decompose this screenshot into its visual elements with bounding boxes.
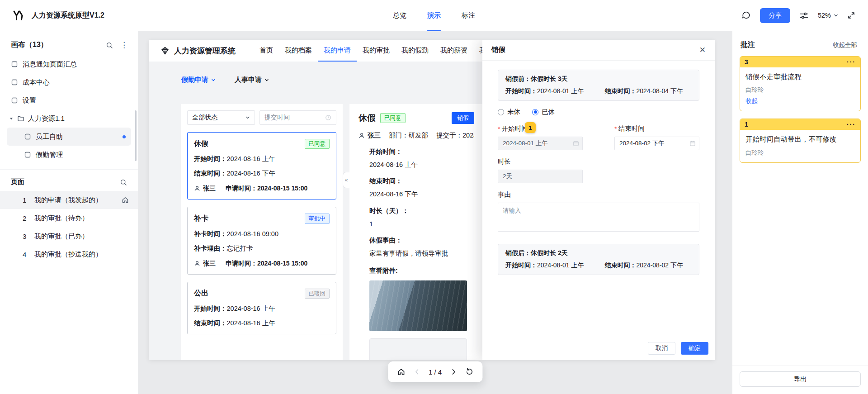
end-time-input[interactable] (614, 137, 699, 150)
attachment-item[interactable] (369, 338, 467, 360)
comment-text: 开始时间自动带出，不可修改 (745, 134, 855, 144)
tab-hr-request[interactable]: 人事申请 (235, 76, 269, 84)
attachment-image[interactable] (369, 280, 467, 331)
chevron-down-icon (211, 78, 216, 82)
canvas-header-title: 画布（13） (11, 40, 99, 50)
radio-taken[interactable]: 已休 (532, 108, 555, 116)
before-end: 结束时间：2024-08-04 下午 (605, 87, 684, 95)
canvas-folder-hr11[interactable]: 人力资源1.1 (0, 109, 138, 128)
page-item-approvals-cc[interactable]: 4 我的审批（抄送我的） (0, 245, 138, 263)
comments-header: 批注 收起全部 (732, 31, 868, 56)
more-icon[interactable]: ··· (847, 121, 856, 128)
duration-input[interactable] (498, 170, 583, 183)
nav-my-salary[interactable]: 我的薪资 (434, 40, 473, 62)
status-filter-select[interactable]: 全部状态 (187, 110, 255, 125)
nav-my-profile[interactable]: 我的档案 (279, 40, 318, 62)
fullscreen-icon[interactable] (847, 11, 855, 19)
modal-header: 销假 ✕ (482, 40, 715, 61)
nav-my-requests[interactable]: 我的申请 (318, 40, 357, 62)
more-menu-icon[interactable]: ⋮ (120, 41, 128, 49)
tab-present[interactable]: 演示 (427, 0, 441, 31)
request-card-leave[interactable]: 休假 已同意 开始时间：2024-08-16 上午 结束时间：2024-08-1… (187, 132, 336, 199)
before-summary: 销假前：休假时长 3天 (505, 75, 692, 83)
next-page-icon[interactable] (450, 368, 457, 375)
search-icon[interactable] (120, 179, 127, 186)
comment-card-3[interactable]: 3 ··· 销假不走审批流程 白玲玲 收起 (740, 56, 861, 111)
app-logo (13, 10, 24, 21)
export-button[interactable]: 导出 (740, 371, 861, 387)
reason-textarea[interactable] (498, 203, 699, 232)
card-footer: 张三 申请时间：2024-08-15 15:00 (194, 185, 330, 193)
zoom-control[interactable]: 52% (818, 12, 838, 19)
after-start: 开始时间：2024-08-01 上午 (505, 261, 584, 270)
confirm-button[interactable]: 确定 (681, 342, 708, 355)
card-line: 补卡时间：2024-08-16 09:00 (194, 230, 330, 238)
card-footer: 张三 申请时间：2024-08-15 15:00 (194, 260, 330, 268)
home-icon[interactable] (397, 368, 405, 376)
canvas-item-attendance-mgmt[interactable]: 假勤管理 (7, 146, 131, 164)
after-times: 开始时间：2024-08-01 上午 结束时间：2024-08-02 下午 (505, 261, 692, 270)
start-time-input-wrap (498, 137, 583, 150)
field-label: 开始时间： (369, 147, 474, 156)
canvas-item-label: 假勤管理 (36, 151, 63, 159)
tab-attendance-request[interactable]: 假勤申请 (181, 76, 216, 84)
page-label: 我的审批（抄送我的） (34, 250, 129, 259)
restart-icon[interactable] (465, 368, 473, 376)
chevron-down-icon (264, 78, 269, 82)
nav-my-approvals[interactable]: 我的审批 (357, 40, 396, 62)
page-item-approvals-todo[interactable]: 2 我的审批（待办） (0, 209, 138, 227)
page-item-approvals-done[interactable]: 3 我的审批（已办） (0, 227, 138, 245)
page-item-my-requests[interactable]: 1 我的申请（我发起的） (0, 191, 138, 209)
prev-page-icon[interactable] (413, 368, 420, 375)
end-time-field: 结束时间 (614, 124, 699, 150)
nav-home[interactable]: 首页 (254, 40, 279, 62)
collapse-all-link[interactable]: 收起全部 (833, 41, 857, 49)
page-label: 我的审批（已办） (34, 232, 129, 241)
card-title: 公出 (194, 289, 208, 298)
submit-time-filter[interactable]: 提交时间 (259, 110, 336, 125)
panel-collapse-handle[interactable]: « (343, 172, 349, 188)
time-label: 开始时间： (505, 87, 537, 95)
caret-down-icon[interactable] (9, 116, 14, 121)
canvas-item-notifications[interactable]: 消息通知页面汇总 (0, 55, 138, 73)
request-card-business-out[interactable]: 公出 已驳回 开始时间：2024-08-16 上午 结束时间：2024-08-1… (187, 282, 336, 334)
cancel-leave-button[interactable]: 销假 (452, 112, 474, 124)
cancel-button[interactable]: 取消 (648, 342, 675, 355)
time-label: 开始时间： (505, 261, 537, 269)
start-time-field: 开始时间 1 (498, 124, 583, 150)
close-icon[interactable]: ✕ (699, 45, 706, 55)
left-sidebar: 画布（13） ⋮ 消息通知页面汇总 成本中心 设置 人力资源1.1 (0, 31, 138, 394)
detail-dept: 部门：研发部 (389, 131, 428, 140)
time-value: 2024-08-01 上午 (537, 87, 584, 95)
duration-label: 时长 (498, 157, 583, 166)
search-icon[interactable] (106, 42, 113, 49)
collapse-comment-link[interactable]: 收起 (745, 97, 855, 105)
canvas-item-cost-center[interactable]: 成本中心 (0, 73, 138, 91)
cancel-leave-modal: 销假 ✕ 销假前：休假时长 3天 开始时间：2024-08-01 上午 结束时间… (482, 40, 715, 360)
canvas-item-settings[interactable]: 设置 (0, 91, 138, 109)
settings-sliders-icon[interactable] (799, 11, 809, 20)
comment-card-1[interactable]: 1 ··· 开始时间自动带出，不可修改 白玲玲 (740, 119, 861, 162)
topbar: 人力资源系统原型V1.2 总览 演示 标注 分享 52% (0, 0, 868, 31)
request-card-punch-fix[interactable]: 补卡 审批中 补卡时间：2024-08-16 09:00 补卡理由：忘记打卡 张… (187, 207, 336, 274)
more-icon[interactable]: ··· (847, 59, 856, 65)
start-time-label: 开始时间 (498, 124, 583, 133)
canvas-item-label: 成本中心 (23, 78, 50, 87)
tab-overview[interactable]: 总览 (393, 0, 406, 31)
share-button[interactable]: 分享 (760, 8, 790, 23)
date-fields-row: 开始时间 1 结束时间 (498, 124, 699, 150)
comment-bubble-icon[interactable] (741, 11, 751, 20)
detail-field-duration: 时长（天）： 1 (369, 207, 474, 228)
annotation-marker-1[interactable]: 1 (525, 122, 536, 133)
frame-icon (24, 151, 31, 158)
line-value: 忘记打卡 (227, 245, 253, 252)
modal-body: 销假前：休假时长 3天 开始时间：2024-08-01 上午 结束时间：2024… (482, 61, 715, 360)
comment-author: 白玲玲 (745, 86, 855, 94)
sidebar-scrollbar[interactable] (135, 110, 137, 161)
canvas-item-self-service[interactable]: 员工自助 (7, 128, 131, 146)
radio-not-taken[interactable]: 未休 (498, 108, 520, 116)
start-time-input[interactable] (498, 137, 583, 150)
tab-annotate[interactable]: 标注 (462, 0, 475, 31)
frame-icon (11, 79, 18, 86)
nav-my-attendance[interactable]: 我的假勤 (396, 40, 434, 62)
